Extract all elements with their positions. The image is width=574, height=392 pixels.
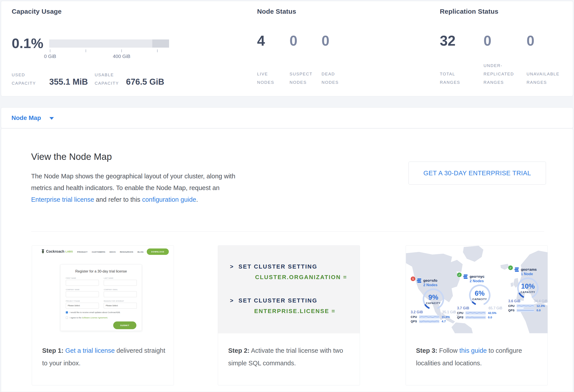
field-label: PROJECT PHASE	[66, 300, 99, 302]
qps-label: QPS	[411, 320, 419, 323]
dead-nodes-label: DEAD NODES	[322, 58, 346, 87]
cluster-summary-panel: Capacity Usage 0.1% 0 GiB 400 GiB USED C…	[1, 1, 573, 96]
checkbox-unchecked-icon	[66, 317, 68, 319]
configuration-guide-link[interactable]: configuration guide	[142, 196, 196, 203]
capacity-usage-title: Capacity Usage	[12, 8, 62, 15]
node-map-view-selector[interactable]: Node Map	[1, 107, 573, 128]
sql-setting: ENTERPRISE.LICENSE =	[254, 308, 335, 315]
field-label: REASON FOR INTEREST	[104, 300, 137, 302]
mini-site-nav-item: BLOG	[138, 251, 144, 253]
cpu-sparkline	[419, 315, 439, 318]
total-capacity: 65.7 GiB	[489, 306, 502, 310]
chevron-down-icon	[49, 117, 54, 120]
capacity-label: CAPACITY	[468, 298, 491, 300]
step-number: Step 3:	[416, 347, 437, 354]
capacity-label: CAPACITY	[516, 291, 539, 294]
checkbox-label-text: I agree to the	[70, 317, 82, 319]
under-replicated-ranges-count: 0	[484, 30, 492, 51]
section-divider	[31, 231, 544, 231]
total-capacity: 34.4 GiB	[534, 299, 548, 303]
text-input	[104, 280, 137, 286]
text-input	[104, 291, 137, 297]
step3-card: 1 geo=sfo 2 Nodes	[406, 245, 548, 385]
text-input	[66, 291, 99, 297]
get-trial-license-link[interactable]: Get a trial license	[65, 347, 115, 354]
sql-prompt: >	[230, 263, 234, 270]
unavailable-ranges-count: 0	[527, 30, 534, 51]
license-agreement-checkbox-row: I agree to the Software License Agreemen…	[66, 317, 108, 319]
unavailable-ranges-label: UNAVAILABLE RANGES	[527, 58, 560, 87]
axis-tick-label: 0 GiB	[44, 54, 56, 59]
axis-tick	[121, 49, 122, 52]
cpu-label: CPU	[457, 311, 465, 315]
map-node-sfo: 1 geo=sfo 2 Nodes	[411, 278, 456, 323]
checkbox-label: I would like to receive email updates ab…	[70, 311, 121, 314]
caption-text	[63, 347, 65, 354]
caption-text: Follow	[437, 347, 459, 354]
form-field: LAST NAME	[104, 277, 137, 286]
used-capacity: 3.6 GiB	[508, 299, 520, 303]
form-field: REASON FOR INTEREST Please Select	[104, 300, 137, 309]
map-node-nyc: ✓ geo=nyc 2 Nodes	[457, 274, 502, 319]
locality-node-count: 2 Nodes	[423, 283, 437, 287]
step2-card: > SET CLUSTER SETTING CLUSTER.ORGANIZATI…	[218, 245, 360, 385]
step3-caption: Step 3: Follow this guide to configure l…	[406, 333, 548, 370]
step-number: Step 2:	[228, 347, 250, 354]
capacity-bar-reserved-segment	[152, 39, 169, 48]
used-capacity-label: USED CAPACITY	[12, 70, 39, 88]
cpu-label: CPU	[508, 304, 517, 308]
dead-nodes-count: 0	[322, 30, 329, 51]
field-label: FIRST NAME	[66, 277, 99, 279]
mini-site-nav-item: DOCS	[109, 251, 116, 253]
cpu-sparkline	[517, 304, 534, 308]
healthy-badge-icon: ✓	[508, 265, 513, 270]
mini-site-download-button: DOWNLOAD	[147, 248, 169, 255]
replication-status-title: Replication Status	[440, 8, 498, 15]
select-input: Please Select	[66, 303, 99, 309]
cpu-value: 11.0%	[442, 315, 450, 318]
capacity-percent: 0.1%	[12, 33, 43, 53]
sql-command: SET CLUSTER SETTING	[239, 297, 317, 304]
qps-sparkline	[517, 309, 534, 312]
intro-text: .	[196, 196, 198, 203]
mini-site-nav-item: CUSTOMERS	[92, 251, 105, 253]
locality-name: geo=sfo	[423, 278, 437, 283]
qps-value: 4.7	[442, 320, 446, 323]
qps-label: QPS	[457, 316, 465, 319]
usable-capacity-label: USABLE CAPACITY	[95, 70, 124, 88]
error-badge-icon: 1	[411, 277, 415, 281]
capacity-bar	[49, 39, 169, 48]
capacity-percent: 6%	[468, 289, 491, 298]
this-guide-link[interactable]: this guide	[459, 347, 487, 354]
used-capacity: 3.2 GiB	[411, 310, 423, 314]
axis-tick	[50, 49, 50, 52]
form-field: FIRST NAME	[66, 277, 99, 286]
qps-value: 0.0	[488, 316, 492, 319]
qps-sparkline	[465, 316, 486, 319]
get-enterprise-trial-button[interactable]: GET A 30-DAY ENTERPRISE TRIAL	[409, 162, 546, 185]
used-capacity-value: 355.1 MiB	[49, 76, 88, 88]
enterprise-trial-license-link[interactable]: Enterprise trial license	[31, 196, 94, 203]
trial-license-site-screenshot: Cockroach LABS PRODUCT CUSTOMERS DOCS RE…	[32, 246, 174, 333]
form-field: COMPANY NAME	[66, 289, 99, 297]
sql-commands-illustration: > SET CLUSTER SETTING CLUSTER.ORGANIZATI…	[218, 246, 360, 333]
qps-value: 0.0	[536, 309, 541, 312]
locality-name: geo=ams	[521, 267, 537, 272]
mini-site-logo-text: Cockroach	[46, 250, 64, 254]
live-nodes-label: LIVE NODES	[257, 58, 282, 87]
suspect-nodes-count: 0	[289, 30, 297, 51]
page-title: View the Node Map	[31, 151, 112, 162]
qps-label: QPS	[508, 309, 517, 312]
text-input	[66, 280, 99, 286]
field-label: LAST NAME	[104, 277, 137, 279]
intro-text: The Node Map shows the geographical layo…	[31, 173, 235, 191]
qps-sparkline	[419, 320, 439, 323]
cockroach-labs-logo: Cockroach LABS	[41, 249, 73, 254]
node-map-selector-label: Node Map	[11, 114, 41, 121]
capacity-gauge: 9% CAPACITY	[422, 288, 445, 310]
intro-text: and refer to this	[94, 196, 142, 203]
database-stack-icon	[463, 274, 468, 279]
node-map-placeholder-panel: View the Node Map The Node Map shows the…	[1, 128, 573, 392]
cockroach-logo-icon	[41, 249, 44, 254]
sql-setting: CLUSTER.ORGANIZATION =	[255, 274, 347, 281]
